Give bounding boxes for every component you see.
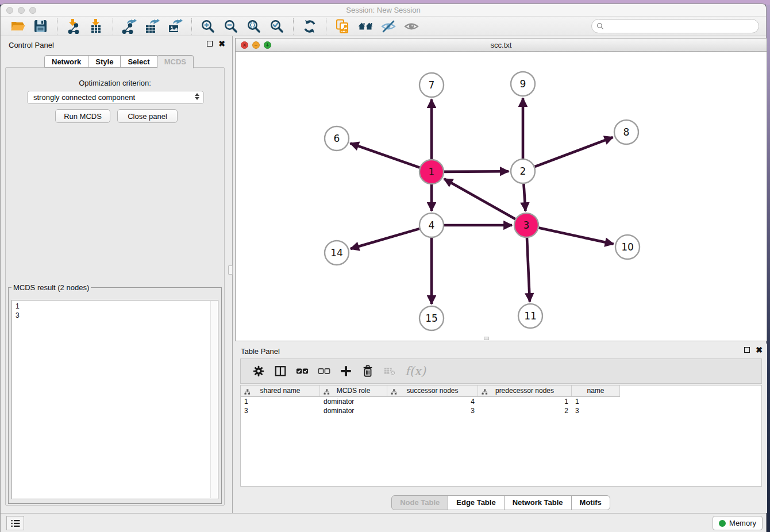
edge-2-8[interactable]	[535, 137, 613, 167]
node-3[interactable]: 3	[514, 213, 538, 237]
node-10[interactable]: 10	[615, 235, 640, 259]
node-table[interactable]: shared nameMCDS rolesuccessor nodesprede…	[240, 385, 762, 487]
toolbar-separator	[326, 18, 326, 34]
function-builder-icon[interactable]: f(x)	[405, 364, 426, 378]
delete-column-icon[interactable]	[359, 363, 376, 380]
float-panel-icon[interactable]	[207, 41, 213, 47]
edge-3-11[interactable]	[527, 238, 530, 302]
tab-motifs[interactable]: Motifs	[571, 495, 610, 510]
save-icon[interactable]	[31, 18, 51, 35]
mcds-result-scrollbar[interactable]	[210, 301, 217, 498]
import-table-icon[interactable]	[87, 18, 106, 35]
table-cell[interactable]: 3	[387, 406, 478, 415]
horizontal-splitter-handle[interactable]	[484, 337, 489, 340]
table-cell[interactable]: 1	[478, 397, 572, 406]
open-folder-icon[interactable]	[8, 18, 28, 35]
node-14[interactable]: 14	[325, 241, 349, 265]
home-icon[interactable]	[356, 18, 375, 35]
table-tabs: Node TableEdge TableNetwork TableMotifs	[235, 495, 767, 510]
node-7[interactable]: 7	[419, 73, 444, 97]
export-image-icon[interactable]	[165, 18, 185, 35]
table-cell[interactable]: 4	[387, 397, 478, 406]
run-mcds-button[interactable]: Run MCDS	[55, 109, 110, 123]
table-cell[interactable]: dominator	[320, 406, 387, 415]
zoom-in-icon[interactable]	[198, 18, 218, 35]
export-table-icon[interactable]	[143, 18, 162, 35]
table-cell[interactable]: dominator	[320, 397, 387, 406]
node-11[interactable]: 11	[518, 304, 542, 328]
table-toolbar: f(x)	[240, 358, 762, 384]
session-title: Session: New Session	[1, 6, 766, 14]
node-label: 8	[623, 126, 630, 138]
optimization-criterion-select[interactable]: strongly connected component	[27, 91, 204, 104]
mcds-result-textarea[interactable]: 1 3	[11, 300, 218, 499]
close-panel-icon[interactable]: ✖	[218, 41, 225, 47]
optimization-criterion-label: Optimization criterion:	[6, 79, 224, 87]
close-panel-button[interactable]: Close panel	[117, 109, 178, 123]
tab-mcds[interactable]: MCDS	[157, 55, 194, 68]
import-network-icon[interactable]	[64, 18, 83, 35]
network-window-titlebar[interactable]: × − + scc.txt	[236, 38, 767, 52]
column-header-MCDS-role[interactable]: MCDS role	[320, 385, 387, 397]
tab-node-table[interactable]: Node Table	[391, 495, 448, 510]
task-history-button[interactable]	[6, 516, 24, 530]
zoom-out-icon[interactable]	[221, 18, 241, 35]
edge-3-10[interactable]	[539, 228, 614, 244]
node-4[interactable]: 4	[419, 213, 444, 237]
duplicate-network-icon[interactable]	[333, 18, 352, 35]
table-close-panel-icon[interactable]: ✖	[756, 347, 763, 353]
refresh-icon[interactable]	[300, 18, 319, 35]
node-9[interactable]: 9	[511, 72, 535, 96]
column-header-name[interactable]: name	[572, 385, 620, 397]
search-box[interactable]	[591, 19, 759, 33]
zoom-fit-icon[interactable]	[244, 18, 264, 35]
node-1[interactable]: 1	[419, 160, 444, 184]
delete-table-icon[interactable]	[381, 363, 398, 380]
column-header-predecessor-nodes[interactable]: predecessor nodes	[478, 385, 572, 397]
tab-network-table[interactable]: Network Table	[504, 495, 572, 510]
edge-4-14[interactable]	[351, 229, 419, 249]
gear-icon[interactable]	[250, 363, 267, 380]
add-column-icon[interactable]	[337, 363, 355, 380]
search-input[interactable]	[604, 21, 759, 32]
toolbar-separator	[293, 18, 294, 34]
table-cell[interactable]: 3	[241, 406, 320, 415]
table-cell[interactable]: 3	[572, 406, 620, 415]
eye-slash-icon[interactable]	[379, 18, 398, 35]
export-network-icon[interactable]	[120, 18, 139, 35]
network-canvas[interactable]: 7968124314101511	[236, 52, 767, 341]
node-6[interactable]: 6	[325, 126, 349, 151]
deselect-all-icon[interactable]	[315, 363, 333, 380]
column-header-shared-name[interactable]: shared name	[241, 385, 320, 397]
edge-1-6[interactable]	[351, 143, 420, 167]
network-window-title: scc.txt	[236, 41, 767, 49]
table-cell[interactable]: 1	[241, 397, 320, 406]
tab-edge-table[interactable]: Edge Table	[448, 495, 504, 510]
node-8[interactable]: 8	[614, 120, 638, 144]
zoom-selected-icon[interactable]	[267, 18, 287, 35]
node-2[interactable]: 2	[511, 159, 535, 183]
edge-3-1[interactable]	[444, 179, 515, 219]
table-cell[interactable]: 2	[478, 406, 572, 415]
memory-label: Memory	[729, 519, 756, 527]
tab-network[interactable]: Network	[44, 55, 88, 68]
node-15[interactable]: 15	[419, 306, 444, 330]
column-header-successor-nodes[interactable]: successor nodes	[387, 385, 478, 397]
edge-1-2[interactable]	[444, 171, 509, 172]
node-label: 14	[330, 247, 343, 259]
table-cell[interactable]: 1	[572, 397, 620, 406]
table-float-panel-icon[interactable]	[744, 347, 750, 353]
table-row[interactable]: 1dominator411	[241, 397, 761, 406]
memory-button[interactable]: Memory	[713, 516, 763, 530]
edge-2-3[interactable]	[523, 184, 525, 211]
table-row[interactable]: 3dominator323	[241, 406, 761, 415]
select-all-icon[interactable]	[294, 363, 311, 380]
list-icon	[10, 519, 21, 528]
memory-status-icon	[719, 520, 726, 527]
eye-icon[interactable]	[402, 18, 421, 35]
tab-select[interactable]: Select	[120, 55, 157, 68]
column-label: successor nodes	[406, 387, 458, 395]
vertical-splitter-handle[interactable]	[228, 265, 233, 275]
tab-style[interactable]: Style	[88, 55, 121, 68]
split-panel-icon[interactable]	[272, 363, 289, 380]
